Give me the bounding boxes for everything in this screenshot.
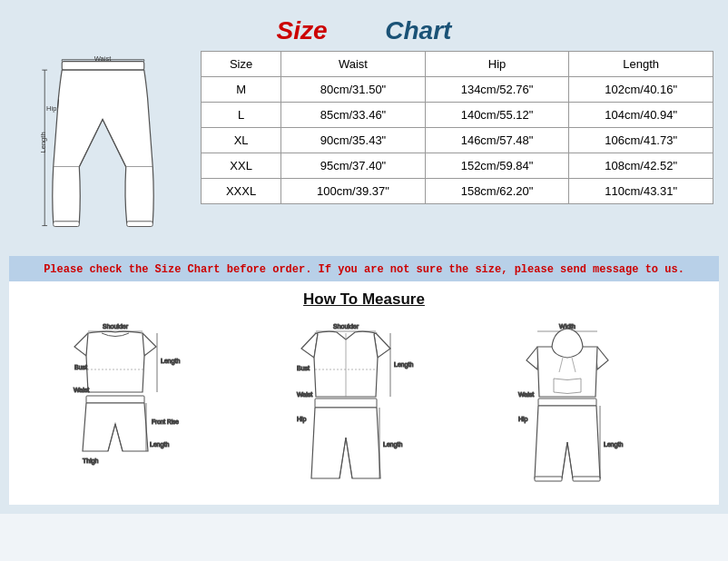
tshirt-shorts-svg: Shoulder Bust Waist Length [70, 320, 211, 492]
svg-rect-51 [535, 477, 562, 481]
svg-text:Shoulder: Shoulder [333, 323, 359, 330]
svg-rect-37 [315, 399, 377, 408]
svg-text:Length: Length [161, 358, 181, 365]
table-row: XXL95cm/37.40"152cm/59.84"108cm/42.52" [202, 153, 713, 179]
pants-illustration: Waist Hip [24, 54, 182, 236]
cell-size: XL [202, 128, 281, 153]
col-header-hip: Hip [425, 52, 569, 77]
cell-length: 110cm/43.31" [569, 179, 713, 204]
col-header-length: Length [569, 52, 713, 77]
measure-title: How To Measure [18, 290, 710, 309]
size-table: Size Waist Hip Length M80cm/31.50"134cm/… [201, 51, 713, 204]
svg-text:Length: Length [394, 361, 414, 369]
cell-length: 106cm/41.73" [569, 128, 713, 153]
svg-text:Waist: Waist [74, 387, 89, 393]
cell-length: 104cm/40.94" [569, 103, 713, 128]
cell-length: 108cm/42.52" [569, 153, 713, 179]
measure-section: How To Measure Shoulder Bust [9, 281, 719, 505]
svg-text:Waist: Waist [297, 391, 312, 398]
chart-container: Waist Hip [15, 51, 713, 240]
notice-bar: Please check the Size Chart before order… [9, 256, 719, 281]
svg-text:Hip: Hip [518, 416, 528, 423]
svg-text:Thigh: Thigh [83, 458, 99, 465]
svg-text:Bust: Bust [297, 365, 310, 371]
size-chart-title: Size Chart [15, 16, 713, 45]
cell-size: XXXL [202, 179, 281, 204]
cell-hip: 134cm/52.76" [425, 77, 569, 103]
shirt-jeans-svg: Shoulder Bust Waist Length [296, 320, 432, 492]
page-wrapper: Size Chart Waist [0, 0, 728, 514]
cell-hip: 140cm/55.12" [425, 103, 569, 128]
svg-text:Waist: Waist [518, 391, 534, 398]
cell-length: 102cm/40.16" [569, 77, 713, 103]
measure-hoodie-pants: Width Waist [517, 320, 658, 492]
title-chart: Chart [385, 16, 451, 44]
cell-size: L [202, 103, 281, 128]
cell-waist: 85cm/33.46" [281, 103, 426, 128]
cell-hip: 146cm/57.48" [425, 128, 569, 153]
svg-rect-48 [538, 399, 596, 406]
svg-rect-52 [573, 477, 600, 481]
svg-text:Hip: Hip [297, 416, 307, 423]
cell-waist: 80cm/31.50" [281, 77, 426, 103]
measure-shirt-jeans: Shoulder Bust Waist Length [296, 320, 432, 492]
svg-text:Waist: Waist [94, 54, 113, 63]
notice-text: Please check the Size Chart before order… [44, 263, 684, 276]
svg-text:Shoulder: Shoulder [103, 323, 129, 330]
svg-text:Front Rise: Front Rise [152, 418, 179, 425]
svg-rect-7 [54, 221, 80, 227]
svg-rect-22 [86, 396, 144, 403]
table-row: L85cm/33.46"140cm/55.12"104cm/40.94" [202, 103, 713, 128]
cell-waist: 100cm/39.37" [281, 179, 426, 204]
size-chart-section: Size Chart Waist [9, 9, 719, 249]
svg-text:Hip: Hip [46, 104, 56, 113]
measure-tshirt-shorts: Shoulder Bust Waist Length [70, 320, 211, 492]
title-size: Size [277, 16, 328, 44]
cell-waist: 95cm/37.40" [281, 153, 426, 179]
svg-text:Length: Length [39, 132, 47, 153]
svg-text:Length: Length [604, 441, 624, 448]
cell-size: XXL [202, 153, 281, 179]
svg-text:Length: Length [150, 441, 170, 448]
table-row: XL90cm/35.43"146cm/57.48"106cm/41.73" [202, 128, 713, 153]
col-header-waist: Waist [281, 52, 426, 77]
svg-rect-8 [127, 221, 153, 227]
col-header-size: Size [202, 52, 281, 77]
svg-text:Length: Length [383, 441, 403, 448]
cell-hip: 152cm/59.84" [425, 153, 569, 179]
hoodie-pants-svg: Width Waist [517, 320, 658, 492]
table-row: M80cm/31.50"134cm/52.76"102cm/40.16" [202, 77, 713, 103]
svg-text:Bust: Bust [74, 364, 87, 370]
cell-waist: 90cm/35.43" [281, 128, 426, 153]
svg-rect-0 [62, 62, 143, 71]
table-row: XXXL100cm/39.37"158cm/62.20"110cm/43.31" [202, 179, 713, 204]
measure-diagrams: Shoulder Bust Waist Length [18, 320, 710, 492]
pants-diagram: Waist Hip [15, 51, 192, 240]
cell-hip: 158cm/62.20" [425, 179, 569, 204]
cell-size: M [202, 77, 281, 103]
